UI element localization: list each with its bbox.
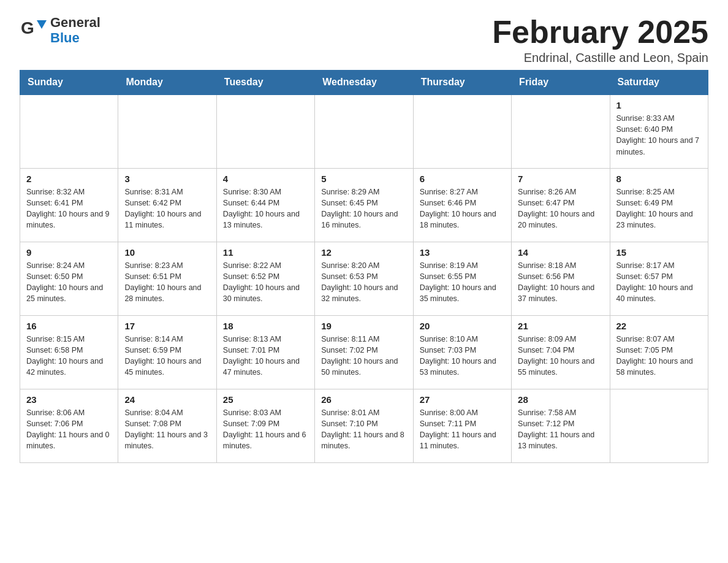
day-number: 13: [420, 247, 505, 258]
day-number: 5: [321, 174, 406, 184]
day-info: Sunrise: 8:25 AM Sunset: 6:49 PM Dayligh…: [616, 186, 702, 231]
day-number: 7: [518, 174, 603, 184]
calendar-cell: 21Sunrise: 8:09 AM Sunset: 7:04 PM Dayli…: [512, 315, 610, 389]
calendar-cell: 12Sunrise: 8:20 AM Sunset: 6:53 PM Dayli…: [315, 242, 413, 315]
day-number: 12: [321, 247, 406, 258]
calendar-body: 1Sunrise: 8:33 AM Sunset: 6:40 PM Daylig…: [20, 94, 708, 462]
calendar-cell: 10Sunrise: 8:23 AM Sunset: 6:51 PM Dayli…: [118, 242, 216, 315]
calendar-cell: [118, 94, 216, 168]
month-title: February 2025: [492, 15, 708, 50]
calendar-cell: 18Sunrise: 8:13 AM Sunset: 7:01 PM Dayli…: [216, 315, 314, 389]
day-number: 26: [321, 394, 406, 405]
day-number: 8: [616, 174, 702, 184]
calendar-cell: [512, 94, 610, 168]
day-number: 21: [518, 321, 603, 331]
day-info: Sunrise: 8:27 AM Sunset: 6:46 PM Dayligh…: [420, 186, 505, 231]
day-info: Sunrise: 8:18 AM Sunset: 6:56 PM Dayligh…: [518, 260, 603, 305]
day-info: Sunrise: 8:29 AM Sunset: 6:45 PM Dayligh…: [321, 186, 406, 231]
calendar-cell: 15Sunrise: 8:17 AM Sunset: 6:57 PM Dayli…: [610, 242, 708, 315]
calendar-cell: 27Sunrise: 8:00 AM Sunset: 7:11 PM Dayli…: [413, 389, 511, 462]
calendar-cell: [20, 94, 118, 168]
day-info: Sunrise: 8:31 AM Sunset: 6:42 PM Dayligh…: [124, 186, 210, 231]
calendar-week-1: 2Sunrise: 8:32 AM Sunset: 6:41 PM Daylig…: [20, 168, 708, 242]
calendar-table: SundayMondayTuesdayWednesdayThursdayFrid…: [20, 70, 708, 463]
day-number: 2: [26, 174, 112, 184]
day-number: 11: [223, 247, 308, 258]
day-number: 18: [223, 321, 308, 331]
day-info: Sunrise: 8:00 AM Sunset: 7:11 PM Dayligh…: [420, 407, 505, 452]
calendar-cell: 5Sunrise: 8:29 AM Sunset: 6:45 PM Daylig…: [315, 168, 413, 242]
day-info: Sunrise: 8:14 AM Sunset: 6:59 PM Dayligh…: [124, 334, 210, 378]
header-day-sunday: Sunday: [20, 71, 118, 95]
calendar-cell: 9Sunrise: 8:24 AM Sunset: 6:50 PM Daylig…: [20, 242, 118, 315]
calendar-week-3: 16Sunrise: 8:15 AM Sunset: 6:58 PM Dayli…: [20, 315, 708, 389]
day-info: Sunrise: 8:11 AM Sunset: 7:02 PM Dayligh…: [321, 334, 406, 378]
day-number: 27: [420, 394, 505, 405]
day-number: 1: [616, 100, 702, 110]
day-number: 10: [124, 247, 210, 258]
logo-icon: G: [20, 15, 47, 42]
calendar-cell: 14Sunrise: 8:18 AM Sunset: 6:56 PM Dayli…: [512, 242, 610, 315]
day-info: Sunrise: 8:32 AM Sunset: 6:41 PM Dayligh…: [26, 186, 112, 231]
calendar-cell: 17Sunrise: 8:14 AM Sunset: 6:59 PM Dayli…: [118, 315, 216, 389]
day-number: 25: [223, 394, 308, 405]
day-number: 19: [321, 321, 406, 331]
day-info: Sunrise: 8:24 AM Sunset: 6:50 PM Dayligh…: [26, 260, 112, 305]
calendar-cell: 28Sunrise: 7:58 AM Sunset: 7:12 PM Dayli…: [512, 389, 610, 462]
calendar-cell: 13Sunrise: 8:19 AM Sunset: 6:55 PM Dayli…: [413, 242, 511, 315]
day-info: Sunrise: 8:07 AM Sunset: 7:05 PM Dayligh…: [616, 334, 702, 378]
day-number: 15: [616, 247, 702, 258]
calendar-cell: 4Sunrise: 8:30 AM Sunset: 6:44 PM Daylig…: [216, 168, 314, 242]
day-number: 16: [26, 321, 112, 331]
header-day-thursday: Thursday: [413, 71, 511, 95]
day-info: Sunrise: 8:33 AM Sunset: 6:40 PM Dayligh…: [616, 113, 702, 158]
day-info: Sunrise: 8:13 AM Sunset: 7:01 PM Dayligh…: [223, 334, 308, 378]
day-info: Sunrise: 8:23 AM Sunset: 6:51 PM Dayligh…: [124, 260, 210, 305]
day-number: 23: [26, 394, 112, 405]
calendar-cell: 20Sunrise: 8:10 AM Sunset: 7:03 PM Dayli…: [413, 315, 511, 389]
calendar-cell: 6Sunrise: 8:27 AM Sunset: 6:46 PM Daylig…: [413, 168, 511, 242]
location-subtitle: Endrinal, Castille and Leon, Spain: [492, 51, 708, 65]
day-info: Sunrise: 8:22 AM Sunset: 6:52 PM Dayligh…: [223, 260, 308, 305]
page-header: G General Blue February 2025 Endrinal, C…: [20, 15, 708, 65]
logo-line2: Blue: [50, 30, 100, 45]
day-info: Sunrise: 8:26 AM Sunset: 6:47 PM Dayligh…: [518, 186, 603, 231]
header-day-wednesday: Wednesday: [315, 71, 413, 95]
calendar-cell: [610, 389, 708, 462]
day-info: Sunrise: 8:19 AM Sunset: 6:55 PM Dayligh…: [420, 260, 505, 305]
calendar-cell: 19Sunrise: 8:11 AM Sunset: 7:02 PM Dayli…: [315, 315, 413, 389]
header-day-monday: Monday: [118, 71, 216, 95]
header-day-tuesday: Tuesday: [216, 71, 314, 95]
day-number: 20: [420, 321, 505, 331]
day-info: Sunrise: 8:15 AM Sunset: 6:58 PM Dayligh…: [26, 334, 112, 378]
calendar-cell: [413, 94, 511, 168]
day-number: 28: [518, 394, 603, 405]
day-info: Sunrise: 8:09 AM Sunset: 7:04 PM Dayligh…: [518, 334, 603, 378]
svg-text:G: G: [21, 18, 34, 37]
calendar-cell: 24Sunrise: 8:04 AM Sunset: 7:08 PM Dayli…: [118, 389, 216, 462]
calendar-cell: 11Sunrise: 8:22 AM Sunset: 6:52 PM Dayli…: [216, 242, 314, 315]
day-info: Sunrise: 8:17 AM Sunset: 6:57 PM Dayligh…: [616, 260, 702, 305]
logo-line1: General: [50, 15, 100, 30]
day-number: 3: [124, 174, 210, 184]
day-number: 17: [124, 321, 210, 331]
calendar-cell: [216, 94, 314, 168]
calendar-week-0: 1Sunrise: 8:33 AM Sunset: 6:40 PM Daylig…: [20, 94, 708, 168]
day-number: 6: [420, 174, 505, 184]
calendar-cell: 26Sunrise: 8:01 AM Sunset: 7:10 PM Dayli…: [315, 389, 413, 462]
day-info: Sunrise: 8:20 AM Sunset: 6:53 PM Dayligh…: [321, 260, 406, 305]
day-number: 24: [124, 394, 210, 405]
day-number: 4: [223, 174, 308, 184]
day-info: Sunrise: 8:10 AM Sunset: 7:03 PM Dayligh…: [420, 334, 505, 378]
calendar-week-4: 23Sunrise: 8:06 AM Sunset: 7:06 PM Dayli…: [20, 389, 708, 462]
day-info: Sunrise: 7:58 AM Sunset: 7:12 PM Dayligh…: [518, 407, 603, 452]
calendar-cell: 16Sunrise: 8:15 AM Sunset: 6:58 PM Dayli…: [20, 315, 118, 389]
header-day-friday: Friday: [512, 71, 610, 95]
calendar-cell: 25Sunrise: 8:03 AM Sunset: 7:09 PM Dayli…: [216, 389, 314, 462]
calendar-cell: 22Sunrise: 8:07 AM Sunset: 7:05 PM Dayli…: [610, 315, 708, 389]
day-number: 14: [518, 247, 603, 258]
calendar-cell: 1Sunrise: 8:33 AM Sunset: 6:40 PM Daylig…: [610, 94, 708, 168]
calendar-cell: 23Sunrise: 8:06 AM Sunset: 7:06 PM Dayli…: [20, 389, 118, 462]
header-day-saturday: Saturday: [610, 71, 708, 95]
day-info: Sunrise: 8:03 AM Sunset: 7:09 PM Dayligh…: [223, 407, 308, 452]
